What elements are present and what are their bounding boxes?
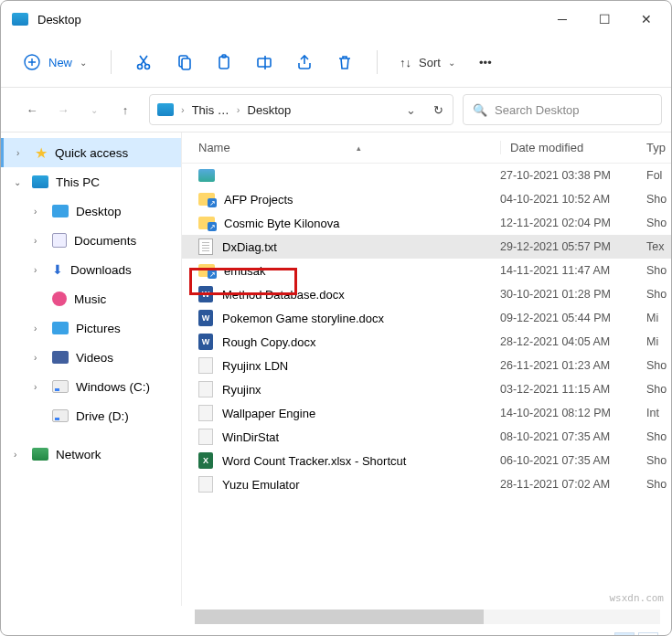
pictures-icon bbox=[52, 322, 69, 334]
sidebar-item-windows-c[interactable]: ›Windows (C:) bbox=[1, 372, 181, 401]
file-type: Sho bbox=[646, 288, 671, 301]
file-row[interactable]: Ryujinx LDN26-11-2021 01:23 AMSho bbox=[182, 354, 671, 377]
back-button[interactable]: ← bbox=[17, 95, 47, 124]
minimize-button[interactable]: ─ bbox=[541, 5, 583, 34]
music-icon bbox=[52, 292, 67, 306]
location-icon bbox=[157, 103, 174, 116]
sidebar-item-music[interactable]: Music bbox=[1, 284, 181, 313]
file-row[interactable]: Ryujinx03-12-2021 11:15 AMSho bbox=[182, 377, 671, 401]
file-type: Sho bbox=[646, 264, 671, 277]
sidebar-item-videos[interactable]: ›Videos bbox=[1, 343, 181, 372]
file-date: 29-12-2021 05:57 PM bbox=[500, 240, 646, 253]
search-placeholder: Search Desktop bbox=[495, 103, 580, 117]
svg-line-6 bbox=[140, 56, 146, 65]
file-row[interactable]: WPokemon Game storyline.docx09-12-2021 0… bbox=[182, 306, 671, 330]
cut-button[interactable] bbox=[126, 45, 161, 80]
sort-label: Sort bbox=[419, 56, 441, 69]
rename-button[interactable] bbox=[247, 45, 282, 80]
view-details-button[interactable]: ≡ bbox=[614, 632, 635, 636]
file-type: Sho bbox=[646, 478, 671, 491]
file-row[interactable]: 27-10-2021 03:38 PMFol bbox=[182, 164, 671, 187]
file-type: Int bbox=[646, 407, 671, 419]
chevron-right-icon: › bbox=[34, 207, 45, 217]
word-doc-icon: W bbox=[198, 286, 213, 302]
file-row[interactable]: WMethod Database.docx30-10-2021 01:28 PM… bbox=[182, 282, 671, 306]
chevron-right-icon: › bbox=[34, 382, 45, 392]
share-button[interactable] bbox=[287, 45, 322, 80]
chevron-down-icon: ⌄ bbox=[448, 58, 455, 68]
sort-asc-icon: ▴ bbox=[357, 143, 361, 153]
search-input[interactable]: 🔍 Search Desktop bbox=[463, 94, 662, 125]
file-name: emusak bbox=[224, 264, 266, 278]
sidebar-item-downloads[interactable]: ›⬇Downloads bbox=[1, 255, 181, 284]
sidebar-item-drive-d[interactable]: Drive (D:) bbox=[1, 401, 181, 430]
paste-button[interactable] bbox=[207, 45, 241, 80]
breadcrumb-segment[interactable]: Desktop bbox=[248, 103, 292, 117]
refresh-button[interactable]: ↻ bbox=[433, 103, 443, 117]
svg-rect-11 bbox=[258, 58, 271, 67]
sidebar-item-label: Videos bbox=[76, 351, 113, 365]
chevron-down-icon: ⌄ bbox=[14, 177, 25, 187]
file-name: DxDiag.txt bbox=[222, 240, 277, 254]
column-name[interactable]: Name bbox=[198, 141, 230, 154]
file-row[interactable]: Yuzu Emulator28-11-2021 07:02 AMSho bbox=[182, 472, 671, 496]
sidebar-item-documents[interactable]: ›Documents bbox=[1, 226, 181, 255]
sidebar-item-this-pc[interactable]: ⌄ This PC bbox=[1, 167, 181, 196]
file-icon bbox=[198, 429, 213, 445]
file-pane: Name▴ Date modified Typ 27-10-2021 03:38… bbox=[182, 132, 671, 606]
sidebar-item-label: Windows (C:) bbox=[76, 380, 150, 394]
file-date: 12-11-2021 02:04 PM bbox=[500, 217, 646, 229]
sidebar-item-network[interactable]: ›Network bbox=[1, 440, 181, 469]
file-row[interactable]: WRough Copy.docx28-12-2021 04:05 AMMi bbox=[182, 330, 671, 354]
file-row[interactable]: ↗emusak14-11-2021 11:47 AMSho bbox=[182, 259, 671, 282]
close-button[interactable]: ✕ bbox=[625, 5, 667, 34]
view-icons-button[interactable]: ▦ bbox=[638, 632, 658, 636]
file-date: 27-10-2021 03:38 PM bbox=[500, 169, 646, 182]
sidebar-item-label: Desktop bbox=[76, 205, 122, 218]
column-headers[interactable]: Name▴ Date modified Typ bbox=[182, 132, 671, 164]
sidebar-item-label: This PC bbox=[56, 175, 100, 189]
sidebar-item-pictures[interactable]: ›Pictures bbox=[1, 313, 181, 343]
toolbar: New ⌄ ↑↓ Sort ⌄ ••• bbox=[1, 37, 671, 87]
column-type[interactable]: Typ bbox=[646, 141, 671, 154]
file-date: 30-10-2021 01:28 PM bbox=[500, 288, 646, 301]
file-row[interactable]: ↗AFP Projects04-10-2021 10:52 AMSho bbox=[182, 187, 671, 211]
address-bar[interactable]: › This … › Desktop ⌄ ↻ bbox=[149, 94, 453, 125]
breadcrumb-segment[interactable]: This … bbox=[192, 103, 229, 117]
sort-button[interactable]: ↑↓ Sort ⌄ bbox=[392, 50, 463, 75]
sidebar: › ★ Quick access ⌄ This PC ›Desktop ›Doc… bbox=[1, 132, 182, 606]
sidebar-item-desktop[interactable]: ›Desktop bbox=[1, 196, 181, 226]
file-row[interactable]: ↗Cosmic Byte Kilonova12-11-2021 02:04 PM… bbox=[182, 211, 671, 235]
up-button[interactable]: ↑ bbox=[111, 95, 140, 124]
file-date: 26-11-2021 01:23 AM bbox=[500, 359, 646, 372]
file-row[interactable]: WinDirStat08-10-2021 07:35 AMSho bbox=[182, 425, 671, 449]
sidebar-item-quick-access[interactable]: › ★ Quick access bbox=[1, 138, 181, 167]
file-icon bbox=[198, 476, 213, 493]
documents-icon bbox=[52, 233, 67, 248]
star-icon: ★ bbox=[35, 144, 48, 162]
status-bar: 14 items 1 item selected 120 KB ≡ ▦ bbox=[1, 628, 671, 636]
new-button[interactable]: New ⌄ bbox=[14, 48, 96, 77]
file-row[interactable]: DxDiag.txt29-12-2021 05:57 PMTex bbox=[182, 235, 671, 259]
chevron-right-icon: › bbox=[237, 104, 240, 115]
folder-shortcut-icon: ↗ bbox=[198, 217, 215, 229]
file-list: 27-10-2021 03:38 PMFol↗AFP Projects04-10… bbox=[182, 164, 671, 606]
file-row[interactable]: Wallpaper Engine14-10-2021 08:12 PMInt bbox=[182, 401, 671, 425]
file-row[interactable]: XWord Count Tracker.xlsx - Shortcut06-10… bbox=[182, 449, 671, 472]
file-name: Wallpaper Engine bbox=[222, 407, 315, 420]
maximize-button[interactable]: ☐ bbox=[583, 5, 625, 34]
scrollbar-thumb[interactable] bbox=[195, 610, 484, 624]
column-date[interactable]: Date modified bbox=[500, 141, 646, 154]
more-button[interactable]: ••• bbox=[468, 45, 503, 80]
file-date: 28-11-2021 07:02 AM bbox=[500, 478, 646, 491]
forward-button[interactable]: → bbox=[48, 95, 78, 124]
horizontal-scrollbar[interactable] bbox=[195, 610, 660, 624]
address-dropdown[interactable]: ⌄ bbox=[406, 103, 416, 117]
app-icon bbox=[12, 13, 28, 26]
copy-button[interactable] bbox=[166, 45, 201, 80]
image-icon bbox=[198, 169, 215, 182]
chevron-right-icon: › bbox=[14, 450, 25, 460]
recent-dropdown[interactable]: ⌄ bbox=[80, 95, 109, 124]
file-name: Pokemon Game storyline.docx bbox=[222, 312, 384, 325]
delete-button[interactable] bbox=[327, 45, 362, 80]
